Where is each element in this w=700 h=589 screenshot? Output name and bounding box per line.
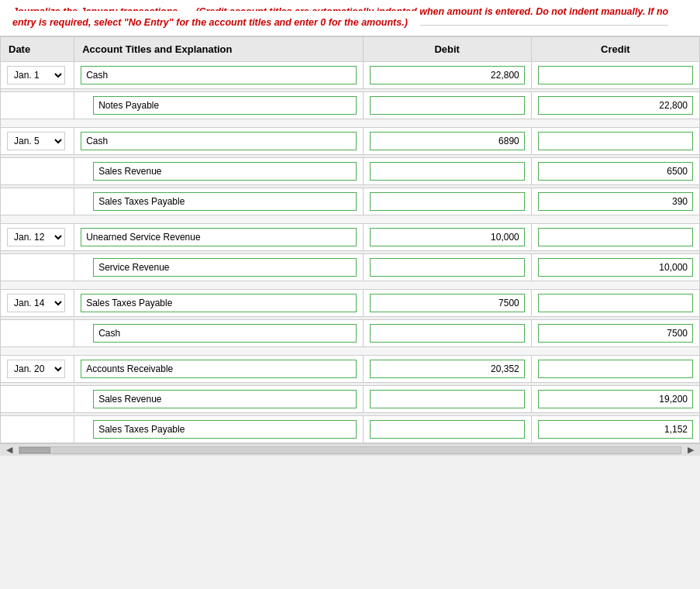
credit-cell[interactable] xyxy=(531,158,699,185)
debit-cell[interactable] xyxy=(363,158,531,185)
debit-cell[interactable] xyxy=(363,188,531,215)
credit-cell[interactable] xyxy=(531,386,699,413)
credit-input[interactable] xyxy=(538,324,693,343)
date-cell[interactable]: Jan. 1Jan. 5Jan. 12Jan. 14Jan. 20 xyxy=(1,356,74,383)
credit-input[interactable] xyxy=(538,360,693,378)
account-input[interactable] xyxy=(93,96,356,115)
account-cell[interactable] xyxy=(74,62,363,89)
account-input[interactable] xyxy=(93,324,356,343)
account-cell[interactable] xyxy=(74,290,363,317)
horizontal-scrollbar[interactable]: ◀ ▶ xyxy=(0,443,700,456)
account-cell[interactable] xyxy=(74,356,363,383)
credit-input[interactable] xyxy=(538,390,693,408)
debit-input[interactable] xyxy=(370,390,525,408)
credit-cell[interactable] xyxy=(531,128,699,155)
debit-input[interactable] xyxy=(370,420,525,439)
credit-cell[interactable] xyxy=(531,62,699,89)
account-input[interactable] xyxy=(81,228,356,246)
debit-input[interactable] xyxy=(370,294,525,312)
debit-cell[interactable] xyxy=(363,62,531,89)
date-select[interactable]: Jan. 1Jan. 5Jan. 12Jan. 14Jan. 20 xyxy=(7,228,65,246)
credit-cell[interactable] xyxy=(531,92,699,119)
account-input[interactable] xyxy=(93,258,356,277)
debit-input[interactable] xyxy=(370,162,525,181)
header-date: Date xyxy=(1,37,74,62)
transaction-separator xyxy=(1,281,700,290)
date-cell[interactable]: Jan. 1Jan. 5Jan. 12Jan. 14Jan. 20 xyxy=(1,128,74,155)
scroll-right-arrow[interactable]: ▶ xyxy=(684,445,697,455)
credit-cell[interactable] xyxy=(531,320,699,347)
account-cell[interactable] xyxy=(74,386,363,413)
credit-cell[interactable] xyxy=(531,416,699,443)
account-cell[interactable] xyxy=(74,254,363,281)
account-cell[interactable] xyxy=(74,158,363,185)
transaction-separator xyxy=(1,347,700,356)
date-cell[interactable]: Jan. 1Jan. 5Jan. 12Jan. 14Jan. 20 xyxy=(1,224,74,251)
debit-cell[interactable] xyxy=(363,92,531,119)
journal-table: Date Account Titles and Explanation Debi… xyxy=(0,36,700,443)
credit-input[interactable] xyxy=(538,132,693,150)
account-cell[interactable] xyxy=(74,224,363,251)
debit-input[interactable] xyxy=(370,258,525,277)
scroll-thumb[interactable] xyxy=(19,447,50,453)
credit-input[interactable] xyxy=(538,228,693,246)
date-cell xyxy=(1,188,74,215)
debit-cell[interactable] xyxy=(363,416,531,443)
scroll-left-arrow[interactable]: ◀ xyxy=(3,445,16,455)
credit-input[interactable] xyxy=(538,294,693,312)
credit-input[interactable] xyxy=(538,96,693,115)
credit-input[interactable] xyxy=(538,258,693,277)
account-input[interactable] xyxy=(81,360,356,378)
account-cell[interactable] xyxy=(74,320,363,347)
account-input[interactable] xyxy=(93,420,356,439)
credit-input[interactable] xyxy=(538,66,693,84)
date-cell xyxy=(1,386,74,413)
credit-cell[interactable] xyxy=(531,254,699,281)
date-cell xyxy=(1,320,74,347)
credit-cell[interactable] xyxy=(531,224,699,251)
account-cell[interactable] xyxy=(74,92,363,119)
debit-input[interactable] xyxy=(370,132,525,150)
debit-input[interactable] xyxy=(370,66,525,84)
date-select[interactable]: Jan. 1Jan. 5Jan. 12Jan. 14Jan. 20 xyxy=(7,132,65,150)
date-select[interactable]: Jan. 1Jan. 5Jan. 12Jan. 14Jan. 20 xyxy=(7,360,65,378)
header-debit: Debit xyxy=(363,37,531,62)
debit-cell[interactable] xyxy=(363,254,531,281)
account-cell[interactable] xyxy=(74,416,363,443)
account-input[interactable] xyxy=(81,294,356,312)
account-cell[interactable] xyxy=(74,128,363,155)
credit-cell[interactable] xyxy=(531,356,699,383)
account-input[interactable] xyxy=(81,66,356,84)
table-header-row: Date Account Titles and Explanation Debi… xyxy=(1,37,700,62)
credit-input[interactable] xyxy=(538,162,693,181)
credit-cell[interactable] xyxy=(531,290,699,317)
debit-cell[interactable] xyxy=(363,320,531,347)
date-cell xyxy=(1,92,74,119)
date-select[interactable]: Jan. 1Jan. 5Jan. 12Jan. 14Jan. 20 xyxy=(7,66,65,84)
credit-input[interactable] xyxy=(538,192,693,211)
account-cell[interactable] xyxy=(74,188,363,215)
debit-cell[interactable] xyxy=(363,224,531,251)
date-cell[interactable]: Jan. 1Jan. 5Jan. 12Jan. 14Jan. 20 xyxy=(1,62,74,89)
date-select[interactable]: Jan. 1Jan. 5Jan. 12Jan. 14Jan. 20 xyxy=(7,294,65,312)
account-input[interactable] xyxy=(93,390,356,408)
transaction-separator xyxy=(1,215,700,224)
table-row xyxy=(1,416,700,443)
credit-cell[interactable] xyxy=(531,188,699,215)
credit-input[interactable] xyxy=(538,420,693,439)
debit-cell[interactable] xyxy=(363,356,531,383)
account-input[interactable] xyxy=(81,132,356,150)
debit-cell[interactable] xyxy=(363,128,531,155)
debit-input[interactable] xyxy=(370,228,525,246)
debit-input[interactable] xyxy=(370,192,525,211)
account-input[interactable] xyxy=(93,162,356,181)
debit-input[interactable] xyxy=(370,96,525,115)
scroll-track[interactable] xyxy=(19,446,681,454)
debit-cell[interactable] xyxy=(363,386,531,413)
date-cell[interactable]: Jan. 1Jan. 5Jan. 12Jan. 14Jan. 20 xyxy=(1,290,74,317)
account-input[interactable] xyxy=(93,192,356,211)
date-cell xyxy=(1,416,74,443)
debit-cell[interactable] xyxy=(363,290,531,317)
debit-input[interactable] xyxy=(370,324,525,343)
debit-input[interactable] xyxy=(370,360,525,378)
